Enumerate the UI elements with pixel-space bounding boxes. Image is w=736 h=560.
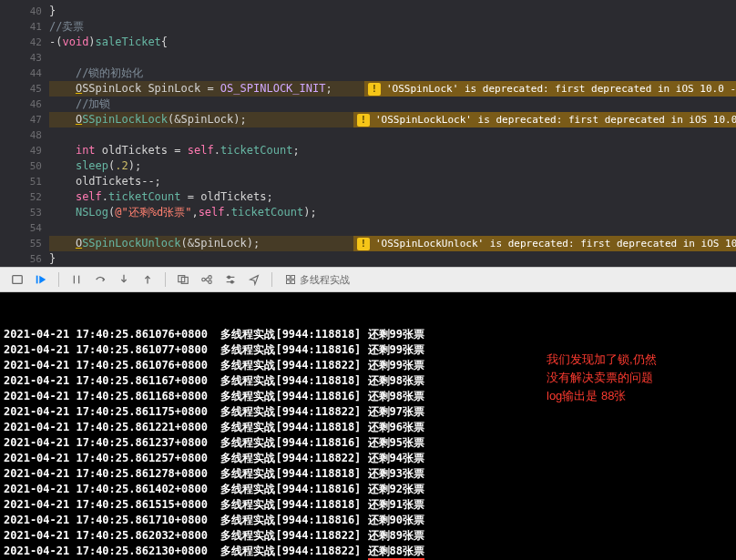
code-line[interactable]: oldTickets--; (49, 174, 736, 189)
warning-text: 'OSSpinLock' is deprecated: first deprec… (386, 81, 736, 97)
line-number: 49 (16, 143, 42, 158)
line-number: 40 (16, 4, 42, 19)
line-number: 41 (16, 19, 42, 35)
line-number: 50 (16, 158, 42, 174)
code-line[interactable]: } (49, 251, 736, 267)
step-out-button[interactable] (138, 270, 158, 289)
svg-rect-0 (13, 276, 23, 284)
code-line[interactable]: //卖票 (49, 19, 736, 35)
console-line: 2021-04-21 17:40:25.861515+0800 多线程实战[99… (4, 497, 736, 513)
line-number: 42 (16, 35, 42, 50)
svg-line-13 (205, 280, 209, 282)
process-filter[interactable]: 多线程实战 (285, 273, 350, 287)
line-number: 47 (16, 112, 42, 127)
continue-button[interactable] (31, 270, 51, 289)
code-line[interactable]: OSSpinLock SpinLock = OS_SPINLOCK_INIT;'… (49, 81, 736, 97)
svg-point-9 (202, 278, 206, 281)
annotation-line: log输出是 88张 (547, 387, 729, 405)
code-area[interactable]: }//卖票-(void)saleTicket{ //锁的初始化 OSSpinLo… (49, 0, 736, 267)
svg-rect-18 (287, 276, 291, 280)
console-line: 2021-04-21 17:40:25.861175+0800 多线程实战[99… (4, 404, 736, 420)
console-output[interactable]: 我们发现加了锁,仍然 没有解决卖票的问题 log输出是 88张 2021-04-… (0, 292, 736, 560)
gutter (0, 0, 16, 267)
warning-banner[interactable]: 'OSSpinLock' is deprecated: first deprec… (364, 81, 736, 97)
console-line: 2021-04-21 17:40:25.861278+0800 多线程实战[99… (4, 466, 736, 482)
code-editor[interactable]: 4041424344454647484950515253545556 }//卖票… (0, 0, 736, 267)
annotation-line: 我们发现加了锁,仍然 (547, 351, 729, 369)
simulate-location-button[interactable] (244, 270, 264, 289)
pause-button[interactable] (66, 270, 87, 289)
line-number: 43 (16, 50, 42, 66)
code-line[interactable] (49, 127, 736, 143)
console-line: 2021-04-21 17:40:25.861237+0800 多线程实战[99… (4, 435, 736, 451)
code-line[interactable]: -(void)saleTicket{ (49, 35, 736, 50)
console-line: 2021-04-21 17:40:25.862130+0800 多线程实战[99… (4, 544, 736, 559)
code-line[interactable] (49, 50, 736, 66)
code-line[interactable]: int oldTickets = self.ticketCount; (49, 143, 736, 158)
svg-point-11 (209, 280, 212, 284)
line-number: 45 (16, 81, 42, 97)
svg-point-16 (228, 276, 230, 279)
line-number-gutter: 4041424344454647484950515253545556 (16, 0, 49, 267)
step-into-button[interactable] (114, 270, 134, 289)
line-number: 46 (16, 97, 42, 112)
line-number: 44 (16, 66, 42, 81)
separator (165, 272, 166, 287)
svg-marker-2 (39, 276, 46, 284)
code-line[interactable]: //加锁 (49, 97, 736, 112)
console-line: 2021-04-21 17:40:25.861402+0800 多线程实战[99… (4, 482, 736, 497)
step-over-button[interactable] (90, 270, 110, 289)
console-line: 2021-04-21 17:40:25.861076+0800 多线程实战[99… (4, 327, 736, 342)
code-line[interactable] (49, 220, 736, 236)
line-number: 54 (16, 220, 42, 236)
warning-icon (357, 114, 370, 127)
code-line[interactable]: } (49, 4, 736, 19)
console-line: 2021-04-21 17:40:25.862032+0800 多线程实战[99… (4, 528, 736, 544)
toggle-debug-view-button[interactable] (7, 270, 27, 289)
line-number: 48 (16, 127, 42, 143)
user-annotation: 我们发现加了锁,仍然 没有解决卖票的问题 log输出是 88张 (547, 351, 729, 405)
warning-icon (368, 83, 381, 96)
warning-icon (357, 238, 370, 250)
separator (58, 272, 59, 287)
svg-rect-21 (291, 280, 295, 284)
warning-text: 'OSSpinLockUnlock' is deprecated: first … (375, 236, 736, 251)
line-number: 51 (16, 174, 42, 189)
line-number: 55 (16, 236, 42, 251)
svg-rect-1 (36, 276, 38, 284)
warning-banner[interactable]: 'OSSpinLockUnlock' is deprecated: first … (353, 236, 736, 251)
code-line[interactable]: OSSpinLockUnlock(&SpinLock);'OSSpinLockU… (49, 236, 736, 251)
line-number: 53 (16, 205, 42, 220)
line-number: 52 (16, 189, 42, 205)
svg-line-12 (205, 277, 209, 280)
code-line[interactable]: self.ticketCount = oldTickets; (49, 189, 736, 205)
annotation-line: 没有解决卖票的问题 (547, 369, 729, 387)
debug-toolbar: 多线程实战 (0, 267, 736, 292)
svg-point-10 (209, 276, 212, 280)
code-line[interactable]: //锁的初始化 (49, 66, 736, 81)
highlighted-output: 还剩88张票 (368, 545, 424, 560)
debug-memory-graph-button[interactable] (197, 270, 217, 289)
svg-rect-20 (287, 280, 291, 284)
svg-rect-19 (291, 276, 295, 280)
environment-overrides-button[interactable] (220, 270, 240, 289)
console-line: 2021-04-21 17:40:25.861221+0800 多线程实战[99… (4, 420, 736, 435)
debug-view-hierarchy-button[interactable] (173, 270, 193, 289)
line-number: 56 (16, 251, 42, 267)
code-line[interactable]: NSLog(@"还剩%d张票",self.ticketCount); (49, 205, 736, 220)
code-line[interactable]: OSSpinLockLock(&SpinLock);'OSSpinLockLoc… (49, 112, 736, 127)
warning-banner[interactable]: 'OSSpinLockLock' is deprecated: first de… (353, 112, 736, 127)
warning-text: 'OSSpinLockLock' is deprecated: first de… (375, 112, 736, 127)
process-filter-label: 多线程实战 (300, 273, 350, 287)
svg-point-17 (230, 280, 233, 283)
console-line: 2021-04-21 17:40:25.861257+0800 多线程实战[99… (4, 451, 736, 466)
console-line: 2021-04-21 17:40:25.861710+0800 多线程实战[99… (4, 513, 736, 528)
separator (271, 272, 272, 287)
code-line[interactable]: sleep(.2); (49, 158, 736, 174)
